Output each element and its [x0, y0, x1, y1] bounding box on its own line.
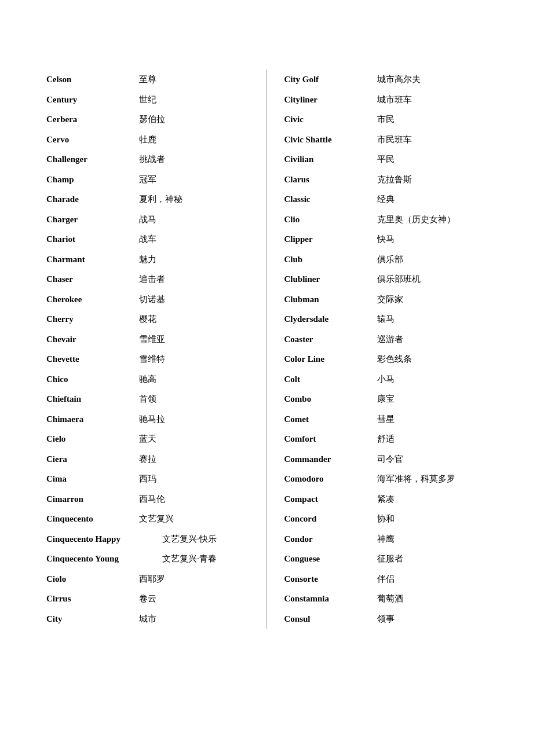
term-label: Constamnia: [284, 592, 377, 605]
list-item: Colt小马: [284, 369, 487, 390]
list-item: Cherry樱花: [46, 309, 249, 329]
term-label: Charade: [46, 193, 139, 206]
definition-label: 冠军: [139, 173, 156, 186]
list-item: Clubman交际家: [284, 289, 487, 310]
list-item: Chico驰高: [46, 369, 249, 390]
term-label: Civic Shattle: [284, 133, 377, 146]
definition-label: 卷云: [139, 592, 156, 605]
list-item: Charger战马: [46, 210, 249, 230]
term-label: Condor: [284, 533, 377, 546]
list-item: Ciolo西耶罗: [46, 569, 249, 589]
definition-label: 协和: [377, 512, 395, 526]
definition-label: 城市高尔夫: [377, 73, 421, 86]
list-item: Comet彗星: [284, 409, 487, 430]
definition-label: 世纪: [139, 93, 156, 107]
definition-label: 西玛: [139, 472, 156, 486]
term-label: Chieftain: [46, 392, 139, 406]
term-label: Cherry: [46, 313, 139, 326]
right-column: City Golf城市高尔夫Cityliner城市班车Civic市民Civic …: [267, 69, 487, 629]
list-item: Clio克里奥（历史女神）: [284, 210, 487, 230]
term-label: Century: [46, 93, 139, 107]
term-label: Charger: [46, 213, 139, 226]
definition-label: 神鹰: [377, 533, 395, 546]
term-label: Chimaera: [46, 413, 139, 426]
term-label: Clydersdale: [284, 313, 377, 326]
term-label: Combo: [284, 392, 377, 406]
list-item: Clarus克拉鲁斯: [284, 170, 487, 190]
term-label: Colt: [284, 373, 377, 386]
term-label: Ciolo: [46, 572, 139, 586]
left-column: Celson至尊Century世纪Cerbera瑟伯拉Cervo牡鹿Challe…: [46, 69, 267, 629]
definition-label: 追击者: [139, 273, 165, 286]
definition-label: 司令官: [377, 453, 403, 466]
list-item: Cima西玛: [46, 469, 249, 489]
list-item: City Golf城市高尔夫: [284, 69, 487, 90]
definition-label: 驰马拉: [139, 413, 165, 426]
term-label: Consul: [284, 612, 377, 626]
term-label: Clipper: [284, 233, 377, 246]
list-item: Chevette雪维特: [46, 349, 249, 369]
definition-label: 雪维亚: [139, 333, 165, 346]
term-label: Chico: [46, 373, 139, 386]
term-label: Concord: [284, 512, 377, 526]
definition-label: 彩色线条: [377, 353, 412, 366]
term-label: Ciera: [46, 453, 139, 466]
definition-label: 城市班车: [377, 93, 412, 107]
list-item: Civic市民: [284, 109, 487, 130]
definition-label: 瑟伯拉: [139, 113, 165, 126]
term-label: Chevair: [46, 333, 139, 346]
definition-label: 魅力: [139, 253, 156, 266]
term-label: Cielo: [46, 432, 139, 446]
list-item: Compact紧凑: [284, 489, 487, 509]
term-label: Clubliner: [284, 273, 377, 286]
term-label: Comet: [284, 413, 377, 426]
definition-label: 赛拉: [139, 453, 156, 466]
list-item: Color Line彩色线条: [284, 349, 487, 369]
list-item: Comfort舒适: [284, 429, 487, 449]
definition-label: 紧凑: [377, 493, 395, 506]
list-item: Concord协和: [284, 509, 487, 529]
term-label: Chevette: [46, 353, 139, 366]
list-item: Comodoro海军准将，科莫多罗: [284, 469, 487, 489]
list-item: Chariot战车: [46, 229, 249, 249]
definition-label: 樱花: [139, 313, 156, 326]
definition-label: 海军准将，科莫多罗: [377, 472, 455, 486]
term-label: Cinquecento: [46, 512, 139, 526]
definition-label: 切诺基: [139, 293, 165, 306]
definition-label: 挑战者: [139, 153, 165, 166]
definition-label: 彗星: [377, 413, 395, 426]
term-label: Cimarron: [46, 493, 139, 506]
term-label: City: [46, 612, 139, 626]
term-label: Cima: [46, 472, 139, 486]
term-label: Civilian: [284, 153, 377, 166]
term-label: Cinquecento Happy: [46, 533, 162, 546]
term-label: Color Line: [284, 353, 377, 366]
term-label: City Golf: [284, 73, 377, 86]
definition-label: 舒适: [377, 432, 395, 446]
list-item: Chieftain首领: [46, 389, 249, 409]
list-item: Charmant魅力: [46, 249, 249, 270]
term-label: Clubman: [284, 293, 377, 306]
definition-label: 市民班车: [377, 133, 412, 146]
term-label: Cherokee: [46, 293, 139, 306]
list-item: Consorte伴侣: [284, 569, 487, 589]
term-label: Challenger: [46, 153, 139, 166]
definition-label: 平民: [377, 153, 395, 166]
list-item: Cityliner城市班车: [284, 90, 487, 110]
list-item: Civic Shattle市民班车: [284, 130, 487, 150]
list-item: Conguese征服者: [284, 549, 487, 569]
list-item: Champ冠军: [46, 170, 249, 190]
definition-label: 西马伦: [139, 493, 165, 506]
definition-label: 康宝: [377, 392, 395, 406]
definition-label: 首领: [139, 392, 156, 406]
term-label: Chaser: [46, 273, 139, 286]
definition-label: 辕马: [377, 313, 395, 326]
list-item: Coaster巡游者: [284, 329, 487, 350]
term-label: Cerbera: [46, 113, 139, 126]
term-label: Champ: [46, 173, 139, 186]
definition-label: 城市: [139, 612, 156, 626]
definition-label: 经典: [377, 193, 395, 206]
definition-label: 夏利，神秘: [139, 193, 182, 206]
term-label: Civic: [284, 113, 377, 126]
list-item: Ciera赛拉: [46, 449, 249, 469]
